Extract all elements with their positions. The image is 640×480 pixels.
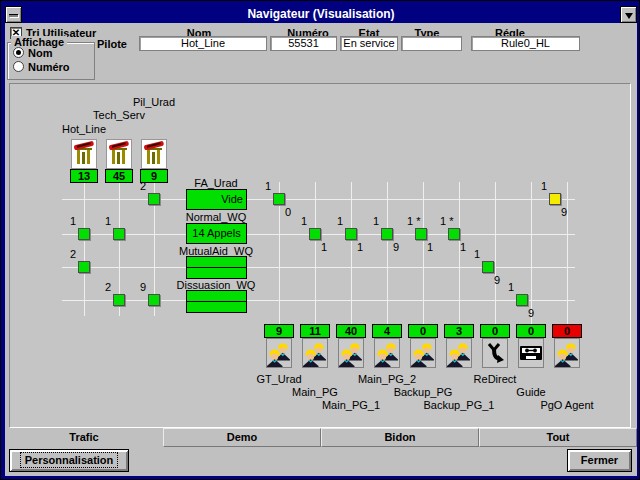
node-count-bottom: 1: [321, 241, 327, 253]
tab-demo[interactable]: Demo: [163, 428, 321, 447]
station-count-box[interactable]: 11: [300, 324, 330, 338]
node-count-bottom: 9: [561, 206, 567, 218]
node-count-top: 1: [337, 215, 343, 227]
route-node[interactable]: [345, 228, 357, 240]
station-label: ReDirect: [474, 373, 517, 385]
pilot-label: Tech_Serv: [93, 109, 145, 121]
route-node[interactable]: [381, 228, 393, 240]
station-label: Main_PG_1: [322, 399, 380, 411]
node-count-bottom: 0: [285, 206, 291, 218]
agents-icon[interactable]: [266, 338, 292, 368]
node-count-top: 2: [70, 248, 76, 260]
fermer-button[interactable]: Fermer: [567, 449, 632, 472]
route-node[interactable]: [78, 228, 90, 240]
phone-icon[interactable]: [106, 139, 132, 169]
queue-label: Normal_WQ: [186, 211, 247, 223]
grid-column-line: [495, 182, 496, 324]
agents-icon[interactable]: [410, 338, 436, 368]
system-menu-button[interactable]: [5, 6, 22, 23]
cassette-icon[interactable]: [518, 338, 544, 368]
route-node[interactable]: [415, 228, 427, 240]
route-node[interactable]: [448, 228, 460, 240]
pilote-etat-field[interactable]: En service: [340, 36, 398, 51]
route-node[interactable]: [309, 228, 321, 240]
grid-column-line: [387, 182, 388, 324]
grid-column-line: [567, 182, 568, 324]
personnalisation-button[interactable]: Personnalisation: [9, 449, 129, 472]
route-node[interactable]: [148, 294, 160, 306]
title-bar: Navigateur (Visualisation): [5, 6, 637, 23]
node-count-bottom: 9: [494, 274, 500, 286]
station-count-box[interactable]: 0: [480, 324, 510, 338]
tab-bidon[interactable]: Bidon: [321, 428, 479, 447]
pilote-regle-field[interactable]: Rule0_HL: [471, 36, 580, 51]
node-count-bottom: 1: [460, 241, 466, 253]
node-count-top: 2: [140, 180, 146, 192]
node-count-top: 1: [541, 180, 547, 192]
queue-label: FA_Urad: [194, 177, 237, 189]
queue-box[interactable]: 14 Appels: [186, 223, 247, 244]
chevron-down-icon: [625, 13, 633, 19]
pilote-nom-field[interactable]: Hot_Line: [139, 36, 267, 51]
tab-trafic[interactable]: Trafic: [5, 428, 163, 447]
radio-numero-icon[interactable]: [13, 61, 24, 72]
node-count-bottom: 9: [393, 241, 399, 253]
route-node[interactable]: [482, 261, 494, 273]
station-count-box[interactable]: 0: [552, 324, 582, 338]
redirect-icon[interactable]: [482, 338, 508, 368]
station-label: GT_Urad: [256, 373, 301, 385]
node-count-top: 1 *: [440, 215, 453, 227]
agents-icon[interactable]: [554, 338, 580, 368]
window-title: Navigateur (Visualisation): [5, 6, 637, 23]
station-count-box[interactable]: 40: [336, 324, 366, 338]
phone-icon[interactable]: [141, 139, 167, 169]
view-tabs: Trafic Demo Bidon Tout: [5, 428, 637, 447]
pilote-type-field[interactable]: [401, 36, 462, 51]
grid-column-line: [459, 182, 460, 324]
route-node[interactable]: [516, 294, 528, 306]
grid-column-line: [351, 182, 352, 324]
station-count-box[interactable]: 9: [264, 324, 294, 338]
station-count-box[interactable]: 0: [408, 324, 438, 338]
affichage-group: Affichage Nom Numéro: [7, 42, 95, 80]
node-count-top: 1: [373, 215, 379, 227]
node-count-top: 1: [265, 180, 271, 192]
route-node[interactable]: [549, 193, 561, 205]
node-count-bottom: 1: [427, 241, 433, 253]
station-count-box[interactable]: 4: [372, 324, 402, 338]
node-count-top: 1 *: [407, 215, 420, 227]
station-count-box[interactable]: 3: [444, 324, 474, 338]
queue-box[interactable]: Vide: [186, 189, 247, 210]
route-node[interactable]: [273, 193, 285, 205]
grid-column-line: [531, 182, 532, 324]
queue-box[interactable]: [186, 267, 247, 279]
fermer-button-label: Fermer: [581, 454, 618, 466]
node-count-top: 1: [105, 215, 111, 227]
queue-box[interactable]: [186, 301, 247, 313]
pilote-numero-field[interactable]: 55531: [270, 36, 337, 51]
agents-icon[interactable]: [302, 338, 328, 368]
route-node[interactable]: [78, 261, 90, 273]
tab-tout[interactable]: Tout: [479, 428, 637, 447]
route-node[interactable]: [113, 294, 125, 306]
agents-icon[interactable]: [374, 338, 400, 368]
agents-icon[interactable]: [446, 338, 472, 368]
route-node[interactable]: [113, 228, 125, 240]
radio-nom-icon[interactable]: [13, 47, 24, 58]
pilot-count-box[interactable]: 13: [70, 169, 98, 183]
station-label: PgO Agent: [540, 399, 593, 411]
window-content: ✕ Tri Utilisateur Nom Numéro Etat Type R…: [5, 23, 637, 476]
route-node[interactable]: [148, 193, 160, 205]
agents-icon[interactable]: [338, 338, 364, 368]
system-menu-icon: [9, 14, 18, 17]
node-count-top: 2: [105, 281, 111, 293]
station-label: Main_PG: [292, 386, 338, 398]
phone-icon[interactable]: [71, 139, 97, 169]
app-window: Navigateur (Visualisation) ✕ Tri Utilisa…: [0, 0, 640, 480]
window-menu-button[interactable]: [620, 6, 637, 23]
station-count-box[interactable]: 0: [516, 324, 546, 338]
station-label: Backup_PG_1: [424, 399, 495, 411]
grid-column-line: [423, 182, 424, 324]
pilot-count-box[interactable]: 45: [105, 169, 133, 183]
grid-row-line: [62, 199, 575, 200]
